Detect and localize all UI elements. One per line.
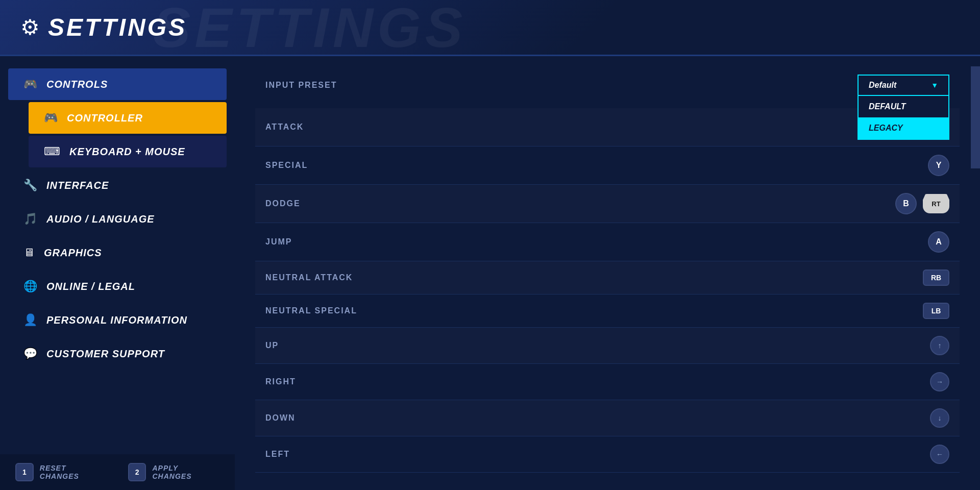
- header-bg-text: SETTINGS: [153, 0, 467, 56]
- apply-button[interactable]: 2 APPLY CHANGES: [128, 463, 219, 481]
- online-icon: 🌐: [23, 280, 37, 293]
- control-neutral-attack-buttons: RB: [923, 270, 949, 286]
- button-b[interactable]: B: [895, 193, 917, 214]
- control-left-buttons: ←: [930, 445, 949, 464]
- dpad-down[interactable]: ↓: [930, 408, 949, 428]
- keyboard-label: KEYBOARD + MOUSE: [69, 146, 185, 158]
- dpad-up-icon: ↑: [938, 341, 942, 350]
- sidebar-item-graphics[interactable]: 🖥 GRAPHICS: [8, 237, 227, 268]
- interface-icon: 🔧: [23, 179, 37, 192]
- control-neutral-special-label: NEUTRAL SPECIAL: [265, 306, 923, 315]
- chevron-down-icon: ▼: [931, 81, 938, 89]
- control-jump-label: JUMP: [265, 237, 928, 247]
- page-title: SETTINGS: [48, 13, 187, 41]
- support-icon: 💬: [23, 347, 37, 360]
- bottom-bar: 1 RESET CHANGES 2 APPLY CHANGES: [0, 454, 235, 490]
- control-right-buttons: →: [930, 372, 949, 391]
- sidebar-item-interface[interactable]: 🔧 INTERFACE: [8, 169, 227, 201]
- controls-icon: 🎮: [23, 78, 37, 91]
- reset-button[interactable]: 1 RESET CHANGES: [15, 463, 108, 481]
- dpad-right-icon: →: [936, 378, 943, 386]
- control-right-label: RIGHT: [265, 377, 930, 386]
- table-row: SPECIAL Y: [255, 146, 960, 185]
- header-title-group: ⚙ SETTINGS: [20, 13, 187, 41]
- sidebar-item-support[interactable]: 💬 CUSTOMER SUPPORT: [8, 338, 227, 370]
- preset-dropdown-button[interactable]: Default ▼: [857, 75, 949, 96]
- table-row: LEFT ←: [255, 436, 960, 473]
- sidebar-item-online[interactable]: 🌐 ONLINE / LEGAL: [8, 271, 227, 302]
- control-neutral-special-buttons: LB: [923, 303, 949, 319]
- control-attack-label: ATTACK: [265, 122, 928, 132]
- dpad-left[interactable]: ←: [930, 445, 949, 464]
- apply-key: 2: [128, 463, 146, 481]
- button-a[interactable]: A: [928, 231, 949, 253]
- interface-label: INTERFACE: [46, 180, 109, 191]
- control-dodge-buttons: B RT: [895, 193, 949, 214]
- control-special-buttons: Y: [928, 155, 949, 176]
- input-preset-label: INPUT PRESET: [265, 81, 857, 90]
- apply-label: APPLY CHANGES: [152, 464, 219, 480]
- input-preset-row: INPUT PRESET Default ▼ DEFAULT LEGACY: [235, 66, 980, 104]
- content-area: INPUT PRESET Default ▼ DEFAULT LEGACY AT…: [235, 56, 980, 490]
- audio-label: AUDIO / LANGUAGE: [46, 213, 155, 225]
- controller-icon: 🎮: [44, 111, 58, 125]
- dpad-right[interactable]: →: [930, 372, 949, 391]
- button-rb[interactable]: RB: [923, 270, 949, 286]
- scrollbar-thumb[interactable]: [971, 66, 980, 168]
- controls-label: CONTROLS: [46, 79, 108, 90]
- control-neutral-attack-label: NEUTRAL ATTACK: [265, 273, 923, 282]
- audio-icon: 🎵: [23, 212, 37, 226]
- reset-key: 1: [15, 463, 34, 481]
- preset-dropdown[interactable]: Default ▼ DEFAULT LEGACY: [857, 75, 949, 96]
- table-row: NEUTRAL ATTACK RB: [255, 261, 960, 295]
- table-row: DODGE B RT: [255, 185, 960, 223]
- sidebar-item-controller[interactable]: 🎮 CONTROLLER: [29, 102, 227, 134]
- header: SETTINGS ⚙ SETTINGS: [0, 0, 980, 56]
- reset-label: RESET CHANGES: [40, 464, 108, 480]
- control-dodge-label: DODGE: [265, 199, 895, 208]
- button-y[interactable]: Y: [928, 155, 949, 176]
- button-lb[interactable]: LB: [923, 303, 949, 319]
- button-rt[interactable]: RT: [923, 194, 949, 213]
- sidebar-item-controls[interactable]: 🎮 CONTROLS: [8, 68, 227, 100]
- dpad-left-icon: ←: [936, 450, 943, 458]
- online-label: ONLINE / LEGAL: [46, 281, 135, 292]
- control-down-label: DOWN: [265, 413, 930, 423]
- graphics-label: GRAPHICS: [44, 247, 102, 259]
- scrollbar[interactable]: [971, 56, 980, 490]
- table-row: JUMP A: [255, 223, 960, 261]
- sidebar-item-keyboard[interactable]: ⌨ KEYBOARD + MOUSE: [29, 136, 227, 167]
- keyboard-icon: ⌨: [44, 145, 60, 158]
- personal-label: PERSONAL INFORMATION: [46, 314, 187, 326]
- dropdown-option-legacy[interactable]: LEGACY: [859, 117, 948, 139]
- main-container: 🎮 CONTROLS 🎮 CONTROLLER ⌨ KEYBOARD + MOU…: [0, 56, 980, 490]
- dropdown-menu: DEFAULT LEGACY: [857, 96, 949, 140]
- table-row: UP ↑: [255, 328, 960, 364]
- table-row: RIGHT →: [255, 364, 960, 400]
- table-row: DOWN ↓: [255, 400, 960, 436]
- personal-icon: 👤: [23, 313, 37, 327]
- table-row: ATTACK X: [255, 108, 960, 146]
- control-rows: ATTACK X SPECIAL Y DODGE B RT: [255, 108, 960, 473]
- table-row: NEUTRAL SPECIAL LB: [255, 295, 960, 328]
- control-up-buttons: ↑: [930, 336, 949, 355]
- preset-current-value: Default: [869, 81, 896, 90]
- graphics-icon: 🖥: [23, 246, 35, 259]
- dpad-up[interactable]: ↑: [930, 336, 949, 355]
- dpad-down-icon: ↓: [938, 414, 942, 422]
- sidebar-item-personal[interactable]: 👤 PERSONAL INFORMATION: [8, 304, 227, 336]
- controller-label: CONTROLLER: [67, 112, 143, 124]
- gear-icon: ⚙: [20, 15, 40, 40]
- sidebar: 🎮 CONTROLS 🎮 CONTROLLER ⌨ KEYBOARD + MOU…: [0, 56, 235, 490]
- sidebar-item-audio[interactable]: 🎵 AUDIO / LANGUAGE: [8, 203, 227, 235]
- control-special-label: SPECIAL: [265, 161, 928, 170]
- control-jump-buttons: A: [928, 231, 949, 253]
- dropdown-option-default[interactable]: DEFAULT: [859, 96, 948, 117]
- control-left-label: LEFT: [265, 450, 930, 459]
- control-down-buttons: ↓: [930, 408, 949, 428]
- support-label: CUSTOMER SUPPORT: [46, 348, 165, 360]
- control-up-label: UP: [265, 341, 930, 350]
